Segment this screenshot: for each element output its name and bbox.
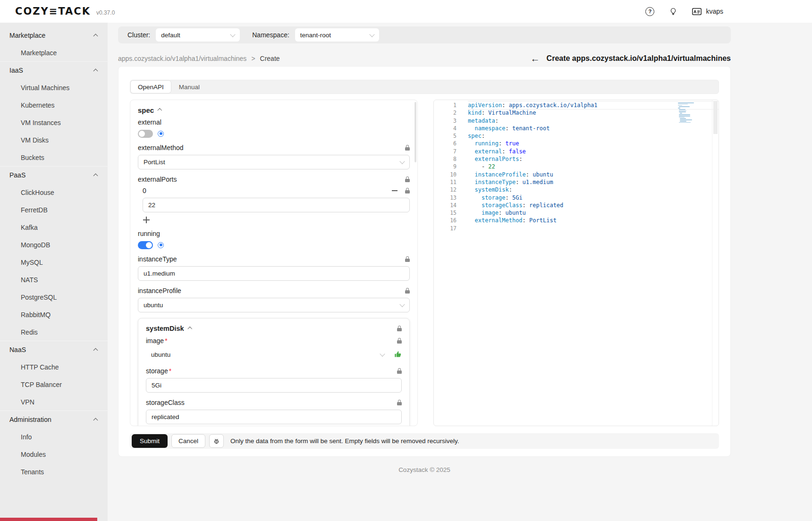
footer: Cozystack © 2025 bbox=[118, 466, 731, 473]
external-label: external bbox=[138, 118, 161, 126]
tab-manual[interactable]: Manual bbox=[171, 80, 207, 93]
add-port-button[interactable] bbox=[143, 216, 150, 224]
sidebar-scrollbar[interactable] bbox=[0, 518, 97, 521]
externalMethod-select[interactable]: PortList bbox=[138, 155, 410, 169]
user-menu[interactable]: kvaps bbox=[692, 8, 723, 15]
action-bar: Submit Cancel Only the data from the for… bbox=[130, 433, 719, 449]
namespace-select[interactable]: tenant-root bbox=[295, 28, 379, 42]
image-select[interactable]: ubuntu bbox=[146, 348, 389, 361]
breadcrumb-separator: > bbox=[251, 55, 255, 62]
back-arrow-icon[interactable]: ← bbox=[531, 54, 540, 63]
sidebar-item-info[interactable]: Info bbox=[0, 428, 108, 445]
code-line-11: instanceType: u1.medium bbox=[468, 178, 719, 186]
sidebar-section-label: IaaS bbox=[9, 67, 23, 74]
breadcrumb-resource-link[interactable]: apps.cozystack.io/v1alpha1/virtualmachin… bbox=[118, 55, 246, 62]
sidebar-item-mongodb[interactable]: MongoDB bbox=[0, 236, 108, 253]
minimap-line bbox=[680, 121, 686, 122]
help-icon[interactable]: ? bbox=[645, 7, 654, 16]
sidebar-item-nats[interactable]: NATS bbox=[0, 271, 108, 288]
app-logo[interactable]: COZY≡TACK bbox=[15, 6, 91, 17]
systemDisk-section-toggle[interactable]: systemDisk bbox=[146, 325, 191, 332]
chevron-up-icon bbox=[93, 418, 98, 423]
sidebar-item-virtual-machines[interactable]: Virtual Machines bbox=[0, 79, 108, 96]
external-toggle[interactable] bbox=[138, 130, 153, 138]
lock-icon bbox=[405, 190, 410, 193]
sidebar-item-vm-instances[interactable]: VM Instances bbox=[0, 114, 108, 131]
editor-scrollbar[interactable] bbox=[712, 100, 719, 426]
minimap-line bbox=[679, 117, 685, 118]
default-value-icon[interactable] bbox=[158, 242, 164, 248]
thumbs-up-icon[interactable] bbox=[394, 351, 402, 358]
cluster-label: Cluster: bbox=[127, 31, 150, 39]
sidebar-section-marketplace[interactable]: Marketplace bbox=[0, 26, 108, 44]
form-scrollbar[interactable] bbox=[414, 102, 416, 162]
yaml-editor[interactable]: 1234567891011121314151617 apiVersion: ap… bbox=[433, 100, 719, 426]
instanceType-label: instanceType bbox=[138, 255, 177, 263]
lock-icon bbox=[405, 259, 410, 262]
form-panel: spec external exte bbox=[130, 100, 418, 426]
sidebar-item-kubernetes[interactable]: Kubernetes bbox=[0, 96, 108, 114]
theme-toggle-icon[interactable] bbox=[669, 8, 677, 15]
chevron-up-icon bbox=[187, 327, 192, 331]
spec-section-toggle[interactable]: spec bbox=[138, 106, 410, 114]
line-number: 5 bbox=[434, 132, 457, 140]
code-line-5: spec: bbox=[468, 132, 719, 140]
scrollbar-thumb[interactable] bbox=[713, 101, 718, 134]
editor-tabs: OpenAPI Manual bbox=[130, 80, 719, 94]
lock-icon bbox=[405, 147, 410, 151]
sidebar-item-tenants[interactable]: Tenants bbox=[0, 463, 108, 480]
sidebar-item-kafka[interactable]: Kafka bbox=[0, 218, 108, 236]
submit-button[interactable]: Submit bbox=[132, 434, 168, 448]
minimap-line bbox=[679, 114, 690, 115]
chevron-up-icon bbox=[93, 174, 98, 178]
lock-icon bbox=[405, 179, 410, 182]
chevron-down-icon bbox=[380, 351, 385, 356]
tab-openapi[interactable]: OpenAPI bbox=[130, 80, 171, 93]
sidebar-item-tcp-balancer[interactable]: TCP Balancer bbox=[0, 376, 108, 393]
sidebar-item-rabbitmq[interactable]: RabbitMQ bbox=[0, 306, 108, 323]
sidebar-item-marketplace[interactable]: Marketplace bbox=[0, 44, 108, 61]
line-number: 1 bbox=[434, 101, 457, 109]
sidebar-item-postgresql[interactable]: PostgreSQL bbox=[0, 288, 108, 306]
sidebar-item-ferretdb[interactable]: FerretDB bbox=[0, 201, 108, 218]
externalPorts-label: externalPorts bbox=[138, 176, 177, 183]
sidebar-item-clickhouse[interactable]: ClickHouse bbox=[0, 184, 108, 201]
storage-input[interactable] bbox=[146, 378, 402, 393]
remove-port-button[interactable] bbox=[392, 190, 398, 191]
sidebar-item-vpn[interactable]: VPN bbox=[0, 393, 108, 411]
sidebar-section-paas[interactable]: PaaS bbox=[0, 166, 108, 184]
storageClass-input[interactable] bbox=[146, 410, 402, 424]
line-number: 10 bbox=[434, 171, 457, 178]
editor-minimap[interactable] bbox=[678, 102, 695, 124]
port-value-input[interactable] bbox=[143, 198, 410, 212]
sidebar: MarketplaceMarketplaceIaaSVirtual Machin… bbox=[0, 23, 108, 521]
debug-button[interactable] bbox=[209, 434, 224, 448]
action-note: Only the data from the form will be sent… bbox=[230, 437, 459, 445]
instanceType-input[interactable] bbox=[138, 266, 410, 281]
running-toggle[interactable] bbox=[138, 241, 153, 249]
sidebar-item-redis[interactable]: Redis bbox=[0, 323, 108, 341]
user-badge-icon bbox=[692, 8, 702, 15]
line-number: 4 bbox=[434, 125, 457, 132]
sidebar-section-administration[interactable]: Administration bbox=[0, 411, 108, 428]
sidebar-section-label: Marketplace bbox=[9, 32, 45, 39]
sidebar-section-naas[interactable]: NaaS bbox=[0, 341, 108, 358]
code-line-15: image: ubuntu bbox=[468, 209, 719, 217]
systemDisk-card: systemDisk image * bbox=[138, 318, 410, 426]
line-number: 8 bbox=[434, 155, 457, 163]
sidebar-item-http-cache[interactable]: HTTP Cache bbox=[0, 358, 108, 376]
lock-icon bbox=[397, 370, 402, 374]
default-value-icon[interactable] bbox=[158, 131, 164, 137]
minimap-line bbox=[680, 118, 686, 119]
field-externalPorts: externalPorts 0 bbox=[138, 175, 410, 224]
sidebar-item-buckets[interactable]: Buckets bbox=[0, 149, 108, 166]
sidebar-section-iaas[interactable]: IaaS bbox=[0, 61, 108, 79]
cluster-select[interactable]: default bbox=[156, 28, 240, 42]
code-line-16: externalMethod: PortList bbox=[468, 217, 719, 224]
instanceProfile-select[interactable]: ubuntu bbox=[138, 298, 410, 312]
sidebar-item-mysql[interactable]: MySQL bbox=[0, 253, 108, 271]
sidebar-item-modules[interactable]: Modules bbox=[0, 445, 108, 463]
field-instanceProfile: instanceProfile ubuntu bbox=[138, 286, 410, 312]
sidebar-item-vm-disks[interactable]: VM Disks bbox=[0, 131, 108, 149]
cancel-button[interactable]: Cancel bbox=[171, 434, 205, 448]
